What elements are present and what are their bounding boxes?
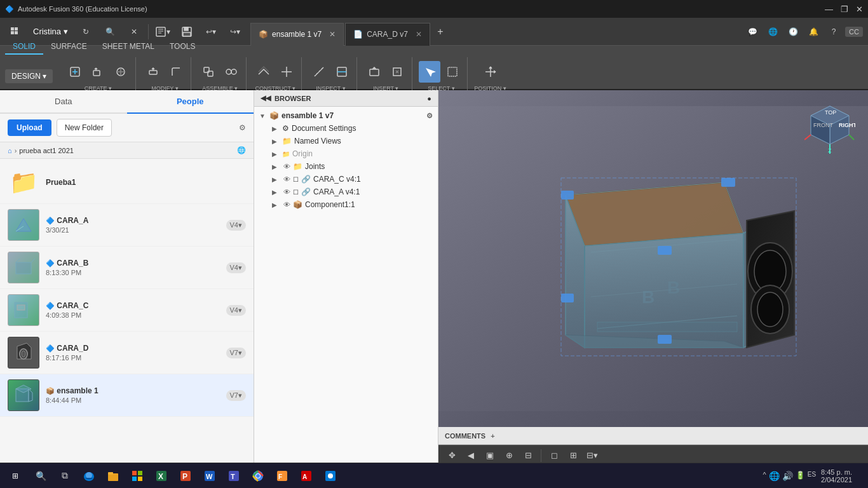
cara-c-checkbox[interactable]: ☐ (293, 176, 299, 183)
maximize-button[interactable]: ❐ (841, 4, 848, 14)
revolve-button[interactable] (110, 61, 132, 83)
pan-button[interactable]: ✥ (444, 447, 460, 464)
tab-cara-d[interactable]: 📄 CARA_D v7 ✕ (345, 23, 430, 46)
tree-root-item[interactable]: ▼ 📦 ensamble 1 v7 ⚙ (254, 109, 438, 122)
tab-close-cara-d[interactable]: ✕ (416, 30, 422, 39)
excel-button[interactable]: X (150, 464, 173, 487)
list-item[interactable]: 🔷 CARA_D 8:17:16 PM V7▾ (0, 332, 254, 374)
list-item[interactable]: 🔷 CARA_C 4:09:38 PM V4▾ (0, 289, 254, 332)
tab-data[interactable]: Data (0, 90, 127, 114)
tree-arrow[interactable]: ▶ (272, 138, 280, 145)
fusion360-button[interactable]: F (271, 464, 294, 487)
design-dropdown[interactable]: DESIGN ▾ (5, 69, 53, 83)
explorer-button[interactable] (102, 464, 125, 487)
joint-button[interactable] (220, 61, 242, 83)
fillet-button[interactable] (165, 61, 187, 83)
file-version[interactable]: V4▾ (226, 262, 246, 273)
network-button[interactable]: 🌐 (764, 23, 782, 41)
tree-item-named-views[interactable]: ▶ 📁 Named Views (254, 135, 438, 147)
notification-button[interactable]: 🔔 (804, 23, 822, 41)
tray-up-icon[interactable]: ^ (763, 471, 766, 481)
tree-arrow[interactable]: ▶ (272, 151, 280, 158)
word-button[interactable]: W (198, 464, 221, 487)
press-pull-button[interactable] (142, 61, 164, 83)
settings-icon[interactable]: ⚙ (426, 112, 433, 120)
start-button[interactable]: ⊞ (3, 464, 28, 487)
measure-button[interactable] (308, 61, 330, 83)
new-folder-button[interactable]: New Folder (57, 119, 112, 137)
file-version[interactable]: V4▾ (226, 305, 246, 316)
display-mode-button[interactable]: ◻ (546, 447, 562, 464)
user-menu-button[interactable]: Cristina ▾ (29, 24, 72, 39)
redo-button[interactable]: ↪▾ (225, 22, 245, 42)
tree-item-doc-settings[interactable]: ▶ ⚙ Document Settings (254, 122, 438, 135)
undo-button[interactable]: ↩▾ (201, 22, 221, 42)
upload-button[interactable]: Upload (8, 119, 51, 136)
tree-arrow[interactable]: ▶ (272, 189, 280, 196)
orbit-prev-button[interactable]: ◀ (463, 447, 479, 464)
eye-icon[interactable]: 👁 (283, 188, 290, 196)
browser-collapse-arrow[interactable]: ◀◀ (261, 94, 271, 102)
grid-button[interactable]: ⊞ (565, 447, 581, 464)
tree-arrow[interactable]: ▶ (272, 163, 280, 170)
task-view-button[interactable]: ⧉ (53, 464, 76, 487)
file-version[interactable]: V4▾ (226, 220, 246, 231)
close-button[interactable]: ✕ (856, 4, 863, 14)
fit-view-button[interactable]: ⊕ (501, 447, 517, 464)
extrude-button[interactable] (87, 61, 109, 83)
minimize-button[interactable]: — (825, 4, 833, 14)
breadcrumb-world-icon[interactable]: 🌐 (237, 146, 246, 154)
list-item[interactable]: 🔷 CARA_B 8:13:30 PM V4▾ (0, 247, 254, 289)
network-icon[interactable]: 🌐 (769, 471, 780, 481)
acrobat-button[interactable]: A (295, 464, 318, 487)
file-version[interactable]: V7▾ (226, 390, 246, 401)
orbit-reset-button[interactable]: ▣ (482, 447, 498, 464)
tab-ensamble[interactable]: 📦 ensamble 1 v7 ✕ (250, 23, 344, 46)
tree-item-component1[interactable]: ▶ 👁 📦 Component1:1 (254, 198, 438, 211)
chrome-button[interactable] (247, 464, 269, 487)
tab-tools[interactable]: TOOLS (162, 39, 203, 55)
tree-arrow[interactable]: ▼ (259, 112, 267, 119)
window-select-button[interactable] (442, 61, 463, 83)
list-item[interactable]: 📦 ensamble 1 8:44:44 PM V7▾ (0, 374, 254, 417)
viewport-canvas[interactable]: B B RIGHT FRON (438, 90, 868, 427)
edge-browser-button[interactable] (78, 464, 100, 487)
grid-menu-button[interactable] (5, 22, 25, 42)
breadcrumb-home[interactable]: ⌂ (8, 147, 12, 154)
tree-item-cara-a[interactable]: ▶ 👁 ☐ 🔗 CARA_A v4:1 (254, 186, 438, 198)
search-button[interactable]: 🔍 (100, 22, 120, 42)
eye-icon[interactable]: 👁 (283, 163, 290, 170)
volume-icon[interactable]: 🔊 (782, 471, 793, 481)
move-button[interactable] (480, 61, 501, 83)
insert-mesh-button[interactable] (363, 61, 385, 83)
help-button[interactable]: ? (825, 23, 843, 41)
list-item[interactable]: 🔷 CARA_A 3/30/21 V4▾ (0, 204, 254, 247)
store-button[interactable] (126, 464, 149, 487)
comments-add-icon[interactable]: + (491, 432, 494, 440)
taskbar-clock[interactable]: 8:45 p. m. 2/04/2021 (821, 468, 852, 484)
insert-svg-button[interactable] (386, 61, 408, 83)
eye-icon[interactable]: 👁 (283, 175, 290, 183)
offset-plane-button[interactable] (253, 61, 275, 83)
section-button[interactable] (331, 61, 353, 83)
tree-item-joints[interactable]: ▶ 👁 📁 Joints (254, 160, 438, 173)
eye-icon[interactable]: 👁 (283, 201, 290, 208)
powerpoint-button[interactable]: P (174, 464, 197, 487)
tab-sheet-metal[interactable]: SHEET METAL (95, 39, 162, 55)
appearance-button[interactable]: ⊟▾ (584, 447, 600, 464)
axis-cube[interactable]: RIGHT FRONT TOP Z (804, 103, 855, 154)
section-button[interactable]: ⊟ (520, 447, 536, 464)
list-item[interactable]: 📁 Prueba1 (0, 161, 254, 204)
sidebar-settings-icon[interactable]: ⚙ (239, 123, 246, 132)
tree-arrow[interactable]: ▶ (272, 201, 280, 208)
refresh-button[interactable]: ↻ (76, 22, 96, 42)
tab-add-button[interactable]: + (431, 23, 449, 41)
select-button[interactable] (419, 61, 440, 83)
photos-button[interactable] (319, 464, 342, 487)
tree-item-origin[interactable]: ▶ 📁 Origin (254, 147, 438, 160)
file-button[interactable]: ▾ (153, 22, 173, 42)
tab-close-ensamble[interactable]: ✕ (329, 30, 336, 39)
clock-button[interactable]: 🕐 (784, 23, 802, 41)
close-nav-button[interactable]: ✕ (124, 22, 144, 42)
tab-surface[interactable]: SURFACE (43, 39, 95, 55)
